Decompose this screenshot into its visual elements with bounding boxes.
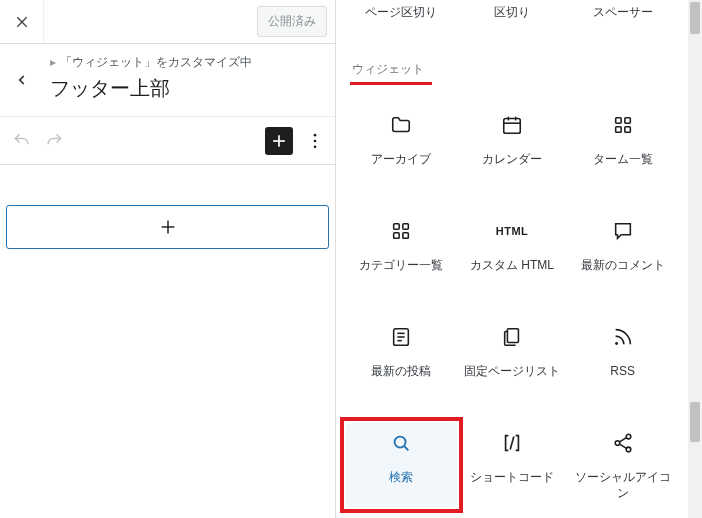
svg-point-27 [395,437,406,448]
redo-icon [44,131,64,151]
svg-line-34 [619,444,626,448]
grid4-icon [611,113,635,137]
breadcrumb-row: ▸「ウィジェット」をカスタマイズ中 フッター上部 [0,44,335,117]
block-item-archives[interactable]: アーカイブ [346,105,457,181]
block-label: アーカイブ [371,151,431,167]
more-vertical-icon [305,131,325,151]
block-item-search[interactable]: 検索 [346,423,457,507]
search-icon [389,431,413,455]
svg-rect-20 [403,233,409,239]
svg-rect-25 [507,329,518,343]
section-underline [350,82,432,85]
block-item-custom-html[interactable]: HTMLカスタム HTML [457,211,568,287]
block-label: 検索 [389,469,413,485]
block-item-page-list[interactable]: 固定ページリスト [457,317,568,393]
block-label: カレンダー [482,151,542,167]
block-label: 最新のコメント [581,257,665,273]
inserter-section-title: ウィジェット [336,55,688,82]
publish-status-button[interactable]: 公開済み [257,6,327,37]
block-label: ターム一覧 [593,151,653,167]
block-label: カテゴリー一覧 [359,257,443,273]
block-label: ソーシャルアイコン [573,469,673,501]
plus-icon [157,216,179,238]
block-label: ショートコード [470,469,554,485]
block-label: カスタム HTML [470,257,554,273]
svg-rect-16 [624,127,630,132]
svg-rect-18 [403,224,409,230]
add-block-placeholder[interactable] [6,205,329,249]
more-options-button[interactable] [303,127,327,155]
close-icon [14,14,30,30]
shortcode-icon [500,431,524,455]
block-inserter-panel: ページ区切り 区切り スペーサー ウィジェット アーカイブカレンダーターム一覧カ… [336,0,688,518]
share-icon [611,431,635,455]
undo-icon [12,131,32,151]
block-item-shortcode[interactable]: ショートコード [457,423,568,507]
svg-point-5 [314,139,317,142]
publish-status-label: 公開済み [268,13,316,30]
chevron-left-icon [15,73,29,87]
svg-point-6 [314,145,317,148]
block-item-categories[interactable]: カテゴリー一覧 [346,211,457,287]
rss-icon [611,325,635,349]
scrollbar-thumb[interactable] [690,402,700,442]
block-item-calendar[interactable]: カレンダー [457,105,568,181]
page-title: フッター上部 [50,75,325,102]
editor-toolbar [0,117,335,165]
redo-button[interactable] [40,127,68,155]
breadcrumb: ▸「ウィジェット」をカスタマイズ中 [50,54,325,71]
block-label: RSS [610,363,635,379]
customizer-header: 公開済み [0,0,335,44]
back-button[interactable] [0,44,44,116]
block-item-social-icons[interactable]: ソーシャルアイコン [567,423,678,507]
widget-canvas [0,165,335,249]
svg-point-30 [626,434,631,439]
pages-icon [500,325,524,349]
plus-icon [269,131,289,151]
svg-rect-15 [615,127,621,132]
svg-rect-9 [504,119,521,134]
grid4-icon [389,219,413,243]
block-grid: アーカイブカレンダーターム一覧カテゴリー一覧HTMLカスタム HTML最新のコメ… [336,105,688,507]
customizer-sidebar: 公開済み ▸「ウィジェット」をカスタマイズ中 フッター上部 [0,0,336,518]
caret-right-icon: ▸ [50,55,56,69]
svg-point-26 [615,342,618,345]
html-icon: HTML [500,219,524,243]
block-label: 固定ページリスト [464,363,560,379]
scrollbar-thumb[interactable] [690,2,700,34]
svg-rect-14 [624,118,630,124]
block-label-separator[interactable]: 区切り [457,4,568,21]
calendar-icon [500,113,524,137]
svg-point-31 [615,441,620,446]
block-label-page-break[interactable]: ページ区切り [346,4,457,21]
svg-rect-17 [394,224,400,230]
svg-line-28 [405,446,409,450]
close-button[interactable] [0,0,44,43]
svg-rect-13 [615,118,621,124]
svg-line-33 [619,438,626,442]
block-item-latest-posts[interactable]: 最新の投稿 [346,317,457,393]
breadcrumb-text: 「ウィジェット」をカスタマイズ中 [60,55,252,69]
inserter-top-row: ページ区切り 区切り スペーサー [336,0,688,31]
folder-icon [389,113,413,137]
undo-button[interactable] [8,127,36,155]
vertical-scrollbar[interactable] [688,0,702,518]
block-label-spacer[interactable]: スペーサー [567,4,678,21]
block-item-tag-cloud[interactable]: ターム一覧 [567,105,678,181]
svg-rect-19 [394,233,400,239]
add-block-button[interactable] [265,127,293,155]
svg-point-32 [626,447,631,452]
postlist-icon [389,325,413,349]
svg-line-29 [510,437,514,450]
block-item-latest-comments[interactable]: 最新のコメント [567,211,678,287]
block-label: 最新の投稿 [371,363,431,379]
block-item-rss[interactable]: RSS [567,317,678,393]
svg-point-4 [314,133,317,136]
comment-icon [611,219,635,243]
